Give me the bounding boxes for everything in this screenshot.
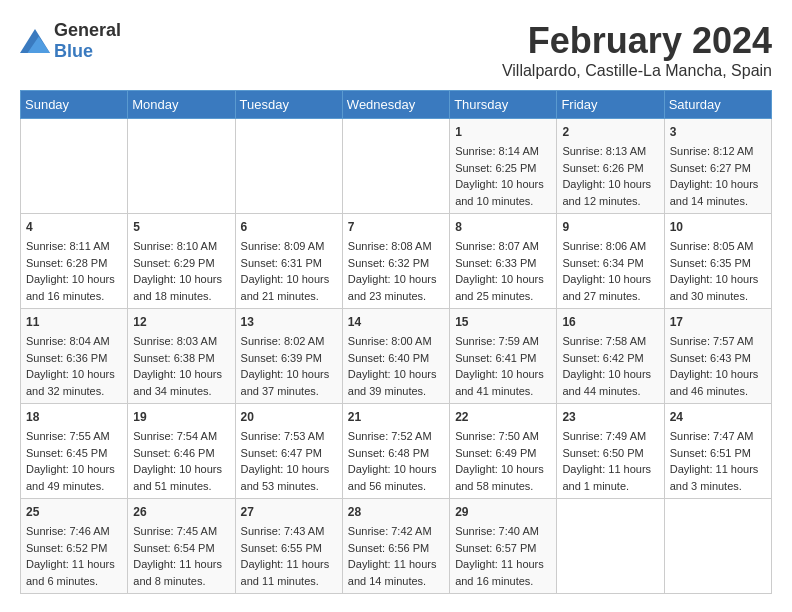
calendar-week-row: 1Sunrise: 8:14 AMSunset: 6:25 PMDaylight… xyxy=(21,119,772,214)
day-of-week-header: Friday xyxy=(557,91,664,119)
day-number: 14 xyxy=(348,313,444,331)
day-number: 20 xyxy=(241,408,337,426)
day-number: 21 xyxy=(348,408,444,426)
day-number: 23 xyxy=(562,408,658,426)
logo: General Blue xyxy=(20,20,121,62)
calendar-cell: 16Sunrise: 7:58 AMSunset: 6:42 PMDayligh… xyxy=(557,309,664,404)
day-number: 16 xyxy=(562,313,658,331)
day-number: 17 xyxy=(670,313,766,331)
day-number: 2 xyxy=(562,123,658,141)
main-title: February 2024 xyxy=(502,20,772,62)
calendar-cell: 7Sunrise: 8:08 AMSunset: 6:32 PMDaylight… xyxy=(342,214,449,309)
day-number: 13 xyxy=(241,313,337,331)
day-number: 3 xyxy=(670,123,766,141)
day-number: 4 xyxy=(26,218,122,236)
day-number: 1 xyxy=(455,123,551,141)
day-number: 27 xyxy=(241,503,337,521)
day-number: 12 xyxy=(133,313,229,331)
calendar-cell: 9Sunrise: 8:06 AMSunset: 6:34 PMDaylight… xyxy=(557,214,664,309)
day-number: 24 xyxy=(670,408,766,426)
calendar-cell: 15Sunrise: 7:59 AMSunset: 6:41 PMDayligh… xyxy=(450,309,557,404)
calendar-week-row: 25Sunrise: 7:46 AMSunset: 6:52 PMDayligh… xyxy=(21,499,772,594)
calendar-body: 1Sunrise: 8:14 AMSunset: 6:25 PMDaylight… xyxy=(21,119,772,594)
calendar-cell: 24Sunrise: 7:47 AMSunset: 6:51 PMDayligh… xyxy=(664,404,771,499)
calendar-cell: 28Sunrise: 7:42 AMSunset: 6:56 PMDayligh… xyxy=(342,499,449,594)
calendar-cell: 11Sunrise: 8:04 AMSunset: 6:36 PMDayligh… xyxy=(21,309,128,404)
day-number: 28 xyxy=(348,503,444,521)
calendar-cell: 18Sunrise: 7:55 AMSunset: 6:45 PMDayligh… xyxy=(21,404,128,499)
calendar-cell: 12Sunrise: 8:03 AMSunset: 6:38 PMDayligh… xyxy=(128,309,235,404)
day-number: 7 xyxy=(348,218,444,236)
calendar-cell: 4Sunrise: 8:11 AMSunset: 6:28 PMDaylight… xyxy=(21,214,128,309)
calendar-cell: 27Sunrise: 7:43 AMSunset: 6:55 PMDayligh… xyxy=(235,499,342,594)
calendar-header-row: SundayMondayTuesdayWednesdayThursdayFrid… xyxy=(21,91,772,119)
logo-blue: Blue xyxy=(54,41,93,61)
calendar-cell xyxy=(664,499,771,594)
calendar-cell: 2Sunrise: 8:13 AMSunset: 6:26 PMDaylight… xyxy=(557,119,664,214)
day-number: 19 xyxy=(133,408,229,426)
calendar-cell: 19Sunrise: 7:54 AMSunset: 6:46 PMDayligh… xyxy=(128,404,235,499)
day-number: 18 xyxy=(26,408,122,426)
calendar-cell: 25Sunrise: 7:46 AMSunset: 6:52 PMDayligh… xyxy=(21,499,128,594)
day-number: 15 xyxy=(455,313,551,331)
calendar-cell: 29Sunrise: 7:40 AMSunset: 6:57 PMDayligh… xyxy=(450,499,557,594)
calendar-cell: 26Sunrise: 7:45 AMSunset: 6:54 PMDayligh… xyxy=(128,499,235,594)
calendar-cell: 6Sunrise: 8:09 AMSunset: 6:31 PMDaylight… xyxy=(235,214,342,309)
day-number: 9 xyxy=(562,218,658,236)
day-number: 6 xyxy=(241,218,337,236)
logo-icon xyxy=(20,29,50,53)
day-of-week-header: Saturday xyxy=(664,91,771,119)
day-of-week-header: Thursday xyxy=(450,91,557,119)
calendar-week-row: 4Sunrise: 8:11 AMSunset: 6:28 PMDaylight… xyxy=(21,214,772,309)
calendar-cell: 17Sunrise: 7:57 AMSunset: 6:43 PMDayligh… xyxy=(664,309,771,404)
calendar-cell: 5Sunrise: 8:10 AMSunset: 6:29 PMDaylight… xyxy=(128,214,235,309)
day-number: 22 xyxy=(455,408,551,426)
calendar-cell: 10Sunrise: 8:05 AMSunset: 6:35 PMDayligh… xyxy=(664,214,771,309)
day-number: 29 xyxy=(455,503,551,521)
calendar-cell xyxy=(557,499,664,594)
calendar-week-row: 11Sunrise: 8:04 AMSunset: 6:36 PMDayligh… xyxy=(21,309,772,404)
calendar-cell: 14Sunrise: 8:00 AMSunset: 6:40 PMDayligh… xyxy=(342,309,449,404)
day-number: 5 xyxy=(133,218,229,236)
calendar-cell xyxy=(21,119,128,214)
calendar-table: SundayMondayTuesdayWednesdayThursdayFrid… xyxy=(20,90,772,594)
calendar-cell: 21Sunrise: 7:52 AMSunset: 6:48 PMDayligh… xyxy=(342,404,449,499)
calendar-week-row: 18Sunrise: 7:55 AMSunset: 6:45 PMDayligh… xyxy=(21,404,772,499)
calendar-cell: 23Sunrise: 7:49 AMSunset: 6:50 PMDayligh… xyxy=(557,404,664,499)
calendar-cell: 8Sunrise: 8:07 AMSunset: 6:33 PMDaylight… xyxy=(450,214,557,309)
calendar-cell xyxy=(235,119,342,214)
calendar-cell xyxy=(128,119,235,214)
day-of-week-header: Sunday xyxy=(21,91,128,119)
subtitle: Villalpardo, Castille-La Mancha, Spain xyxy=(502,62,772,80)
day-of-week-header: Wednesday xyxy=(342,91,449,119)
calendar-cell: 22Sunrise: 7:50 AMSunset: 6:49 PMDayligh… xyxy=(450,404,557,499)
title-area: February 2024 Villalpardo, Castille-La M… xyxy=(502,20,772,80)
calendar-cell: 3Sunrise: 8:12 AMSunset: 6:27 PMDaylight… xyxy=(664,119,771,214)
day-number: 10 xyxy=(670,218,766,236)
calendar-cell: 13Sunrise: 8:02 AMSunset: 6:39 PMDayligh… xyxy=(235,309,342,404)
day-number: 25 xyxy=(26,503,122,521)
day-of-week-header: Tuesday xyxy=(235,91,342,119)
day-of-week-header: Monday xyxy=(128,91,235,119)
logo-general: General xyxy=(54,20,121,40)
day-number: 26 xyxy=(133,503,229,521)
day-number: 11 xyxy=(26,313,122,331)
calendar-cell: 1Sunrise: 8:14 AMSunset: 6:25 PMDaylight… xyxy=(450,119,557,214)
calendar-cell xyxy=(342,119,449,214)
day-number: 8 xyxy=(455,218,551,236)
header: General Blue February 2024 Villalpardo, … xyxy=(20,20,772,80)
calendar-cell: 20Sunrise: 7:53 AMSunset: 6:47 PMDayligh… xyxy=(235,404,342,499)
